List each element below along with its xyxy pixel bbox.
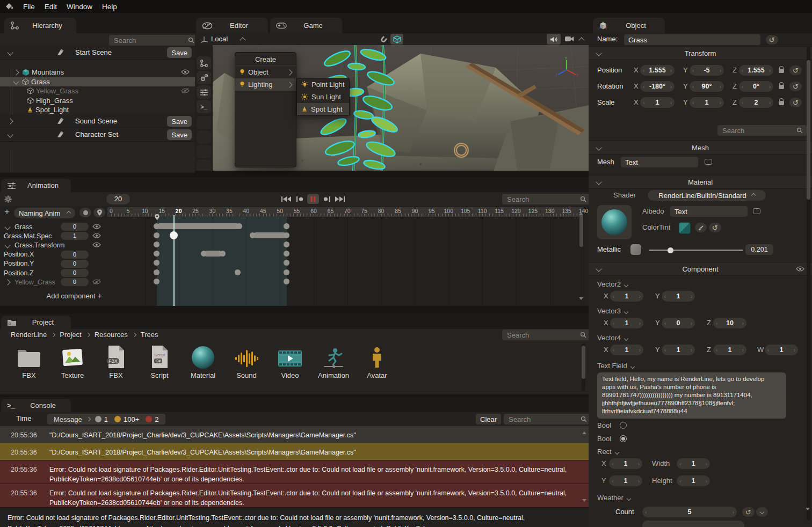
vector2-x-field[interactable]: ‹1› <box>610 291 643 302</box>
tab-project[interactable]: Project <box>1 316 71 329</box>
menu-item-help[interactable]: Help <box>102 3 117 11</box>
asset-animation-animation-runner[interactable]: Animation <box>316 343 351 379</box>
space-mode-label[interactable]: Local <box>211 35 228 43</box>
asset-fbx-fbx-file[interactable]: FBXFBX <box>99 343 133 379</box>
chevron-right-icon[interactable] <box>4 279 10 285</box>
lock-icon[interactable] <box>779 69 784 73</box>
menu-item-object[interactable]: Object <box>235 66 296 78</box>
keyframe-dot[interactable] <box>284 241 289 247</box>
audio-toggle-button[interactable] <box>547 34 561 45</box>
row-reset-button[interactable]: ↺ <box>789 82 802 91</box>
breadcrumb-item-trees[interactable]: Trees <box>141 331 158 339</box>
terminal-tool-button[interactable]: >_ <box>197 100 211 113</box>
vector2-y-field[interactable]: ‹1› <box>662 291 695 302</box>
eye-icon[interactable] <box>92 242 101 247</box>
tab-hierarchy[interactable]: Hierarchy <box>4 18 76 33</box>
eye-slash-icon[interactable] <box>92 279 101 284</box>
camera-icon[interactable] <box>564 35 575 42</box>
vector4-y-field[interactable]: ‹1› <box>662 345 695 355</box>
transform-position-x-field[interactable]: ‹1.555› <box>640 65 675 76</box>
tree-item-spot_light[interactable]: Spot_Light <box>0 105 195 115</box>
bool-toggle[interactable] <box>620 435 627 442</box>
transform-section-header[interactable]: Transform <box>589 46 812 60</box>
track-value-field[interactable]: 0 <box>61 269 89 277</box>
chevron-down-icon[interactable] <box>13 79 19 85</box>
transform-scale-x-field[interactable]: ‹1› <box>640 97 675 108</box>
tab-game[interactable]: Game <box>270 18 342 33</box>
timeline-scrollbar[interactable] <box>579 215 583 247</box>
snap-magnet-button[interactable] <box>378 34 389 44</box>
timeline-playhead[interactable] <box>173 215 175 306</box>
shader-dropdown[interactable]: RenderLine/BuiltIn/Standard <box>648 190 766 201</box>
clipped-field[interactable] <box>642 521 744 527</box>
eyedropper-button[interactable] <box>695 223 707 232</box>
console-row-log[interactable]: 20:55:36"D:/Cours_ISART_2018/Project_Cha… <box>0 426 589 443</box>
vector3-z-field[interactable]: ‹10› <box>713 318 746 328</box>
transform-rotation-x-field[interactable]: ‹-180°› <box>640 81 675 92</box>
hierarchy-search[interactable] <box>109 35 195 46</box>
log-count-1[interactable]: 100+ <box>114 415 139 423</box>
project-search[interactable] <box>502 330 589 340</box>
save-button[interactable]: Save <box>167 47 192 58</box>
anim-track-yellow_grass[interactable]: Yellow_Grass0 <box>0 277 107 287</box>
bool-toggle[interactable] <box>620 422 627 429</box>
tree-item-yellow_grass[interactable]: Yellow_Grass <box>0 86 195 96</box>
weather-label[interactable]: Weather <box>597 494 630 502</box>
menu-item-sun-light[interactable]: Sun Light <box>297 91 349 103</box>
rect-label[interactable]: Rect <box>597 448 619 456</box>
axis-gizmo[interactable]: Y X Z <box>554 57 579 81</box>
keyframe-dot[interactable] <box>154 269 160 275</box>
anim-track-grass-mat-spec[interactable]: Grass.Mat.Spec1 <box>0 231 107 240</box>
inspector-search-input[interactable] <box>721 126 796 135</box>
chevron-right-icon[interactable] <box>13 69 19 75</box>
skip-start-button[interactable] <box>280 194 292 204</box>
pause-button[interactable] <box>307 194 319 204</box>
breadcrumb-item-renderline[interactable]: RenderLine <box>11 331 47 339</box>
lock-icon[interactable] <box>779 85 784 89</box>
anim-track-position-y[interactable]: Position.Y0 <box>0 259 107 268</box>
transform-rotation-z-field[interactable]: ‹0°› <box>739 81 773 92</box>
tab-object[interactable]: Object <box>593 18 665 33</box>
scroll-up-arrow[interactable] <box>579 208 583 213</box>
breadcrumb-item-resources[interactable]: Resources <box>95 331 128 339</box>
chevron-down-icon[interactable] <box>7 49 13 55</box>
count-field[interactable]: ‹5› <box>642 507 737 517</box>
menu-item-file[interactable]: File <box>23 3 35 11</box>
vector4-z-field[interactable]: ‹1› <box>713 345 746 355</box>
console-row-error[interactable]: 20:55:36Error: Could not load signature … <box>0 460 589 484</box>
transform-position-z-field[interactable]: ‹1.555› <box>739 65 773 76</box>
timeline-ruler[interactable]: 0510152025303540455055606570758085909510… <box>107 207 583 217</box>
next-key-button[interactable] <box>321 194 332 204</box>
anim-track-grass[interactable]: Grass0 <box>0 222 107 231</box>
menu-item-window[interactable]: Window <box>67 3 92 11</box>
text-field-input[interactable]: Text field, Hello, my name is RenderLine… <box>597 372 786 419</box>
row-reset-button[interactable]: ↺ <box>789 65 802 75</box>
albedo-picker-button[interactable] <box>753 208 760 214</box>
rect-width-field[interactable]: ‹1› <box>677 458 710 469</box>
component-section-header[interactable]: Component <box>589 262 812 276</box>
rect-x-field[interactable]: ‹1› <box>609 458 642 469</box>
scroll-down-arrow[interactable] <box>579 301 583 305</box>
animation-timeline[interactable]: 0510152025303540455055606570758085909510… <box>107 207 583 306</box>
asset-avatar-avatar-person[interactable]: Avatar <box>360 343 394 379</box>
row-reset-button[interactable]: ↺ <box>789 98 802 107</box>
message-filter[interactable]: Message 1100+2 <box>47 414 165 424</box>
keyframe-dot-selected[interactable] <box>170 231 178 239</box>
track-value-field[interactable]: 1 <box>61 232 89 240</box>
keyframe-dot[interactable] <box>284 269 289 275</box>
track-value-field[interactable]: 0 <box>61 278 89 286</box>
empty-tool-slot[interactable] <box>197 159 211 171</box>
keyframe-dot[interactable] <box>236 223 242 229</box>
anim-track-position-x[interactable]: Position.X0 <box>0 250 107 259</box>
track-value-field[interactable]: 0 <box>61 260 89 268</box>
tab-console[interactable]: >_ Console <box>1 399 71 412</box>
count-expand-button[interactable] <box>756 507 768 517</box>
count-reset-button[interactable]: ↺ <box>742 507 755 517</box>
scene-row-start-scene[interactable]: Start SceneSave <box>0 46 195 60</box>
console-row-error[interactable]: 20:55:36Error: Could not load signature … <box>0 484 589 508</box>
menu-item-point-light[interactable]: Point Light <box>297 78 349 91</box>
project-search-input[interactable] <box>506 331 580 340</box>
metallic-slider[interactable] <box>649 250 743 251</box>
eye-icon[interactable] <box>92 233 101 238</box>
metallic-texture-thumb[interactable] <box>630 244 641 255</box>
